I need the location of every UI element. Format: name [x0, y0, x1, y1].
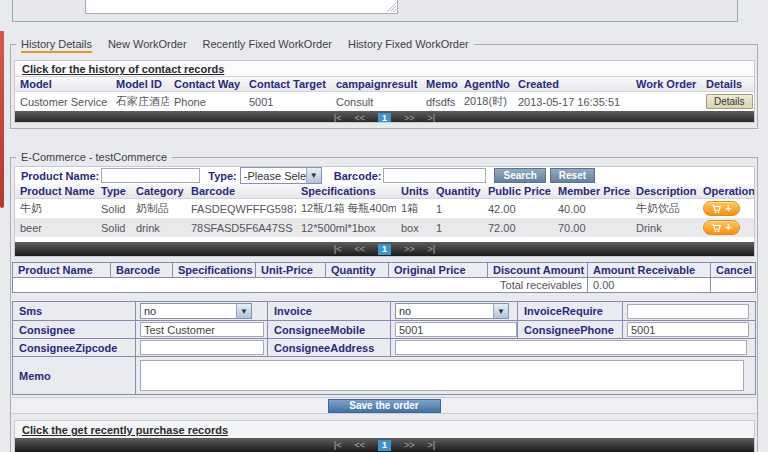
consignee-label: Consignee [13, 321, 136, 339]
column-header-operation: Operation [698, 184, 754, 199]
order-entry-screen: History Details New WorkOrder Recently F… [0, 0, 768, 452]
column-header-barcode: Barcode [111, 263, 173, 278]
memo-label: Memo [13, 357, 136, 395]
tab-history-fixed-workorder[interactable]: History Fixed WorkOrder [348, 38, 469, 53]
cell-specifications: 12瓶/1箱 每瓶400ml [296, 199, 396, 219]
consignee-mobile-input[interactable] [395, 322, 517, 337]
tab-recently-fixed-workorder[interactable]: Recently Fixed WorkOrder [203, 38, 332, 53]
cell-campaignresult: Consult [331, 92, 421, 112]
prev-page-icon[interactable]: << [354, 113, 365, 123]
first-page-icon[interactable]: |< [334, 113, 342, 123]
column-header-unit-price: Unit-Price [256, 263, 326, 278]
cell-product-name: beer [15, 218, 96, 237]
dropdown-arrow-icon: ▼ [493, 304, 508, 318]
cell-units: 1箱 [396, 199, 431, 219]
product-name-input[interactable] [101, 168, 200, 183]
cell-member-price: 40.00 [553, 199, 631, 219]
resize-grip-icon[interactable] [387, 3, 396, 12]
ecommerce-legend-label: E-Commerce - testCommerce [21, 151, 167, 164]
column-header-units: Units [396, 184, 431, 199]
prev-page-icon[interactable]: << [354, 244, 365, 254]
cell-operation: + [698, 218, 754, 237]
column-header-specifications: Specifications [173, 263, 256, 278]
invoice-require-input[interactable] [627, 304, 749, 319]
column-header-barcode: Barcode [186, 184, 296, 199]
column-header-cancel: Cancel [711, 263, 756, 278]
contact-history-panel: Click for the history of contact records… [14, 60, 755, 123]
contact-history-link-row: Click for the history of contact records [15, 61, 754, 77]
dropdown-arrow-icon: ▼ [236, 304, 251, 318]
column-header-agentno: AgentNo [459, 77, 513, 92]
consignee-input[interactable] [140, 322, 264, 337]
prev-page-icon[interactable]: << [354, 440, 365, 450]
next-page-icon[interactable]: >> [404, 244, 415, 254]
cell-units: box [396, 218, 431, 237]
save-order-button[interactable]: Save the order [328, 399, 441, 413]
column-header-model: Model [15, 77, 111, 92]
dropdown-arrow-icon: ▼ [306, 168, 321, 183]
cell-contact-target: 5001 [244, 92, 331, 112]
cell-quantity: 1 [431, 199, 483, 219]
order-items-header-row: Product Name Barcode Specifications Unit… [13, 263, 756, 278]
add-to-cart-button[interactable]: + [703, 201, 740, 216]
order-form: Sms no ▼ Invoice no ▼ InvoiceRequire Con… [12, 301, 756, 395]
consignee-mobile-label: ConsigneeMobile [268, 321, 391, 339]
cell-public-price: 42.00 [483, 199, 553, 219]
column-header-specifications: Specifications [296, 184, 396, 199]
tab-history-details[interactable]: History Details [21, 38, 92, 53]
invoice-select-value: no [396, 305, 493, 317]
next-page-icon[interactable]: >> [404, 113, 415, 123]
current-page: 1 [378, 113, 391, 124]
invoice-select[interactable]: no ▼ [395, 303, 509, 319]
column-header-original-price: Original Price [389, 263, 488, 278]
tab-new-workorder[interactable]: New WorkOrder [108, 38, 187, 53]
cell-created: 2013-05-17 16:35:51 [513, 92, 631, 112]
form-row-consignee: Consignee ConsigneeMobile ConsigneePhone [13, 321, 756, 339]
contact-history-link[interactable]: Click for the history of contact records [22, 63, 224, 75]
total-receivables-row: Total receivables 0.00 [13, 278, 756, 293]
contact-history-row: Customer Service 石家庄酒店 Phone 5001 Consul… [15, 92, 754, 112]
product-table: Product Name Type Category Barcode Speci… [15, 184, 754, 237]
purchase-records-link[interactable]: Click the get recently purchase records [22, 424, 228, 436]
add-to-cart-button[interactable]: + [703, 220, 740, 235]
type-select[interactable]: -Please Select- ▼ [240, 167, 322, 184]
first-page-icon[interactable]: |< [334, 440, 342, 450]
barcode-input[interactable] [383, 168, 486, 183]
last-page-icon[interactable]: >| [428, 113, 436, 123]
cell-barcode: 78SFASD5F6A47SS [186, 218, 296, 237]
search-button[interactable]: Search [494, 168, 545, 183]
sms-label: Sms [13, 302, 136, 321]
sms-select[interactable]: no ▼ [140, 303, 252, 319]
sms-select-value: no [141, 305, 236, 317]
top-memo-textarea[interactable] [85, 0, 398, 14]
last-page-icon[interactable]: >| [428, 244, 436, 254]
next-page-icon[interactable]: >> [404, 440, 415, 450]
consignee-address-label: ConsigneeAddress [268, 339, 391, 357]
consignee-address-input[interactable] [395, 340, 747, 355]
contact-history-table: Model Model ID Contact Way Contact Targe… [15, 77, 754, 111]
consignee-zipcode-input[interactable] [140, 340, 264, 355]
contact-history-header-row: Model Model ID Contact Way Contact Targe… [15, 77, 754, 92]
purchase-records-link-row: Click the get recently purchase records [15, 421, 754, 438]
column-header-quantity: Quantity [326, 263, 389, 278]
column-header-amount-receivable: Amount Receivable [588, 263, 711, 278]
current-page: 1 [378, 244, 391, 255]
consignee-phone-label: ConsigneePhone [518, 321, 623, 339]
details-button[interactable]: Details [706, 94, 753, 109]
product-search-row: Product Name: Type: -Please Select- ▼ Ba… [15, 167, 754, 184]
invoice-label: Invoice [268, 302, 391, 321]
memo-textarea[interactable] [140, 360, 744, 391]
column-header-category: Category [131, 184, 186, 199]
column-header-model-id: Model ID [111, 77, 169, 92]
column-header-quantity: Quantity [431, 184, 483, 199]
reset-button[interactable]: Reset [550, 168, 595, 183]
consignee-phone-input[interactable] [627, 322, 749, 337]
cell-model-id: 石家庄酒店 [111, 92, 169, 112]
last-page-icon[interactable]: >| [428, 440, 436, 450]
cell-public-price: 72.00 [483, 218, 553, 237]
product-header-row: Product Name Type Category Barcode Speci… [15, 184, 754, 199]
column-header-contact-way: Contact Way [169, 77, 244, 92]
cell-work-order [631, 92, 701, 112]
first-page-icon[interactable]: |< [334, 244, 342, 254]
cell-quantity: 1 [431, 218, 483, 237]
